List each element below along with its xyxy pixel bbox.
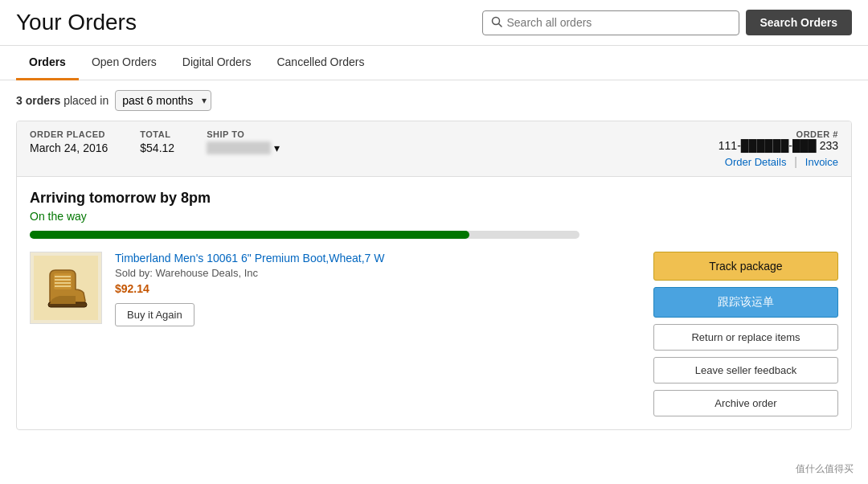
tab-cancelled-orders[interactable]: Cancelled Orders [264, 46, 377, 80]
svg-line-1 [498, 23, 502, 27]
progress-bar-container [30, 231, 579, 239]
period-select-wrapper: past 3 months past 6 months 2016 2015 20… [115, 90, 211, 111]
order-header-left: ORDER PLACED March 24, 2016 TOTAL $54.12… [30, 129, 280, 154]
return-replace-button[interactable]: Return or replace items [653, 324, 838, 351]
product-details: Timberland Men's 10061 6" Premium Boot,W… [115, 252, 637, 326]
page-header: Your Orders Search Orders [0, 0, 868, 46]
order-placed-label: ORDER PLACED [30, 129, 108, 139]
search-input[interactable] [507, 16, 731, 29]
progress-bar-fill [30, 231, 469, 239]
seller-feedback-button[interactable]: Leave seller feedback [653, 357, 838, 384]
order-links-divider: | [794, 155, 797, 168]
orders-count: 3 orders placed in [16, 94, 108, 107]
order-header: ORDER PLACED March 24, 2016 TOTAL $54.12… [17, 121, 851, 177]
period-select[interactable]: past 3 months past 6 months 2016 2015 20… [115, 90, 211, 111]
search-area: Search Orders [482, 10, 853, 35]
product-price: $92.14 [115, 282, 637, 295]
order-item-row: Timberland Men's 10061 6" Premium Boot,W… [30, 252, 637, 326]
tab-orders[interactable]: Orders [16, 46, 79, 80]
filter-bar: 3 orders placed in past 3 months past 6 … [0, 80, 868, 121]
tab-digital-orders[interactable]: Digital Orders [170, 46, 264, 80]
archive-order-button[interactable]: Archive order [653, 390, 838, 416]
search-orders-button[interactable]: Search Orders [746, 10, 853, 35]
sold-by: Sold by: Warehouse Deals, Inc [115, 267, 637, 279]
order-main: Arriving tomorrow by 8pm On the way [30, 190, 838, 239]
ship-to-dropdown-arrow[interactable]: ▾ [274, 142, 280, 154]
search-icon [491, 16, 502, 30]
track-package-button[interactable]: Track package [653, 252, 838, 281]
page-title: Your Orders [16, 10, 137, 35]
ship-to-label: SHIP TO [207, 129, 280, 139]
order-content: Timberland Men's 10061 6" Premium Boot,W… [30, 252, 838, 416]
total-value: $54.12 [140, 142, 174, 154]
product-name-link[interactable]: Timberland Men's 10061 6" Premium Boot,W… [115, 252, 385, 265]
ship-to-blurred [207, 142, 271, 154]
order-header-right: ORDER # 111-██████-███ 233 Order Details… [719, 129, 838, 168]
track-cn-button[interactable]: 跟踪该运单 [653, 287, 838, 318]
ship-to-wrapper: ▾ [207, 142, 280, 154]
order-number-value: 111-██████-███ 233 [719, 139, 838, 152]
order-card: ORDER PLACED March 24, 2016 TOTAL $54.12… [16, 121, 852, 430]
svg-rect-4 [54, 273, 72, 289]
invoice-link[interactable]: Invoice [805, 156, 838, 168]
order-links: Order Details | Invoice [719, 155, 838, 168]
search-box [482, 10, 739, 35]
order-details-link[interactable]: Order Details [725, 156, 787, 168]
action-buttons: Track package 跟踪该运单 Return or replace it… [653, 252, 838, 416]
ship-to-col: SHIP TO ▾ [207, 129, 280, 154]
order-total-col: TOTAL $54.12 [140, 129, 174, 154]
tabs-bar: Orders Open Orders Digital Orders Cancel… [0, 46, 868, 80]
order-number-label: ORDER # [719, 129, 838, 139]
buy-again-button[interactable]: Buy it Again [115, 303, 194, 326]
arriving-title: Arriving tomorrow by 8pm [30, 190, 838, 207]
total-label: TOTAL [140, 129, 174, 139]
on-the-way-status: On the way [30, 210, 838, 223]
order-body: Arriving tomorrow by 8pm On the way [17, 177, 851, 429]
order-placed-col: ORDER PLACED March 24, 2016 [30, 129, 108, 154]
product-image [30, 252, 102, 324]
order-placed-value: March 24, 2016 [30, 142, 108, 154]
tab-open-orders[interactable]: Open Orders [79, 46, 170, 80]
